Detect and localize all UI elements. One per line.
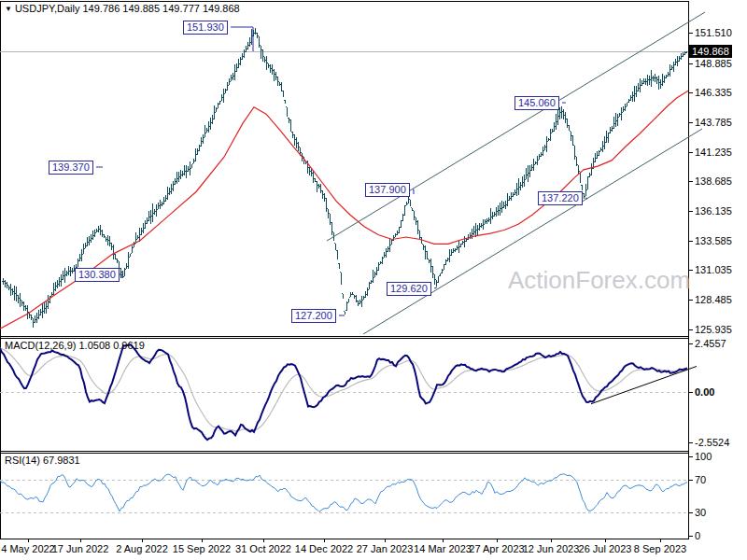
rsi-axis-label: 0	[695, 530, 700, 541]
macd-axis-label: 2.4557	[695, 338, 726, 349]
price-callout: 130.380	[75, 268, 120, 282]
date-axis-label: 2 Aug 2022	[116, 543, 168, 554]
date-axis-label: 4 May 2022	[1, 543, 54, 554]
rsi-axis-label: 70	[695, 474, 706, 485]
price-axis-label: 136.135	[695, 205, 732, 217]
price-axis-label: 141.235	[695, 147, 732, 158]
date-axis-label: 26 Jul 2023	[579, 543, 632, 554]
price-axis-label: 138.685	[695, 175, 732, 187]
date-axis-label: 31 Oct 2022	[235, 543, 291, 554]
price-callout: 145.060	[514, 96, 559, 110]
price-callout: 137.220	[538, 191, 583, 205]
rsi-axis-label: 100	[695, 451, 712, 462]
price-axis-label: 151.510	[695, 27, 732, 38]
price-callout: 139.370	[49, 161, 93, 175]
price-axis-label: 148.885	[695, 58, 732, 69]
macd-indicator-label: MACD(12,26,9) 1.0508 0.9619	[5, 340, 145, 351]
current-price-badge: 149.868	[689, 45, 732, 58]
date-axis-label: 17 Jun 2022	[52, 543, 109, 554]
price-axis-label: 133.585	[695, 235, 732, 246]
symbol-timeframe: USDJPY,Daily	[15, 3, 80, 14]
price-axis-label: 125.935	[695, 324, 732, 335]
price-callout: 151.930	[183, 21, 228, 35]
date-axis-label: 14 Mar 2023	[414, 543, 472, 554]
chart-title: ▼USDJPY,Daily 149.786 149.885 149.777 14…	[5, 3, 240, 14]
date-axis-label: 27 Apr 2023	[469, 543, 524, 554]
date-axis-label: 27 Jan 2023	[357, 543, 414, 554]
price-callout: 129.620	[387, 282, 431, 296]
date-axis-label: 12 Jun 2023	[523, 543, 580, 554]
dropdown-triangle-icon[interactable]: ▼	[5, 5, 12, 13]
date-axis-label: 14 Dec 2022	[295, 543, 353, 554]
watermark: ActionForex.com	[508, 266, 690, 295]
rsi-indicator-label: RSI(14) 67.9831	[5, 455, 80, 466]
ohlc-values: 149.786 149.885 149.777 149.868	[82, 3, 239, 14]
price-axis-label: 143.785	[695, 117, 732, 128]
price-axis-label: 146.335	[695, 87, 732, 98]
macd-axis-label: 0.00	[695, 386, 714, 398]
date-axis-label: 15 Sep 2022	[173, 543, 231, 554]
price-axis-label: 131.035	[695, 264, 732, 275]
rsi-axis-label: 30	[695, 507, 706, 518]
price-axis-label: 128.485	[695, 294, 732, 305]
price-callout: 137.900	[365, 183, 410, 197]
macd-axis-label: -2.5524	[695, 437, 729, 448]
trading-chart: ▼USDJPY,Daily 149.786 149.885 149.777 14…	[0, 0, 747, 560]
date-axis-label: 8 Sep 2023	[634, 543, 686, 554]
price-callout: 127.200	[291, 309, 336, 323]
